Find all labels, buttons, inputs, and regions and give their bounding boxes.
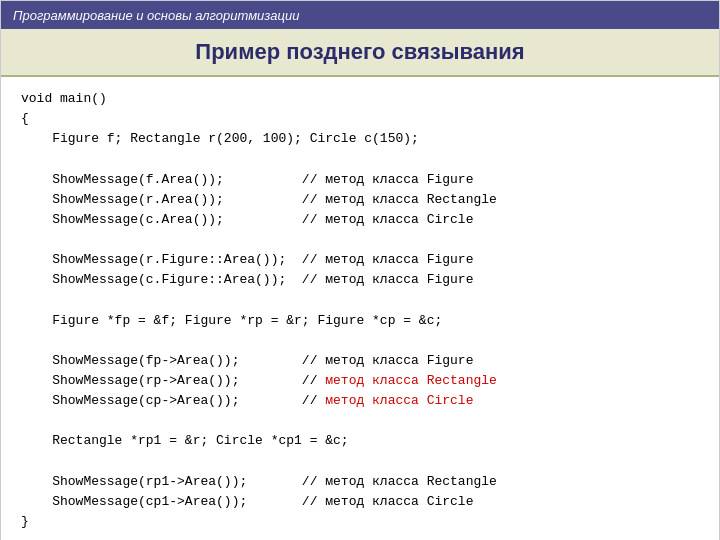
code-line-20: ShowMessage(rp1->Area()); // метод класс…	[21, 472, 699, 492]
code-block: void main() { Figure f; Rectangle r(200,…	[1, 77, 719, 540]
code-line-8	[21, 230, 699, 250]
code-red-circle: метод класса Circle	[325, 393, 473, 408]
slide-title: Пример позднего связывания	[1, 29, 719, 77]
content-area: Пример позднего связывания void main() {…	[1, 29, 719, 540]
code-line-7: ShowMessage(c.Area()); // метод класса C…	[21, 210, 699, 230]
code-line-5: ShowMessage(f.Area()); // метод класса F…	[21, 170, 699, 190]
code-line-10: ShowMessage(c.Figure::Area()); // метод …	[21, 270, 699, 290]
code-line-21: ShowMessage(cp1->Area()); // метод класс…	[21, 492, 699, 512]
top-bar: Программирование и основы алгоритмизации	[1, 1, 719, 29]
code-line-13	[21, 331, 699, 351]
code-line-1: void main()	[21, 89, 699, 109]
code-line-18: Rectangle *rp1 = &r; Circle *cp1 = &c;	[21, 431, 699, 451]
code-line-14: ShowMessage(fp->Area()); // метод класса…	[21, 351, 699, 371]
code-line-4	[21, 149, 699, 169]
code-line-22: }	[21, 512, 699, 532]
top-bar-title: Программирование и основы алгоритмизации	[13, 8, 299, 23]
slide: Программирование и основы алгоритмизации…	[0, 0, 720, 540]
code-red-rectangle: метод класса Rectangle	[325, 373, 497, 388]
code-line-2: {	[21, 109, 699, 129]
code-line-3: Figure f; Rectangle r(200, 100); Circle …	[21, 129, 699, 149]
code-line-15: ShowMessage(rp->Area()); // метод класса…	[21, 371, 699, 391]
code-line-11	[21, 290, 699, 310]
code-line-6: ShowMessage(r.Area()); // метод класса R…	[21, 190, 699, 210]
code-line-12: Figure *fp = &f; Figure *rp = &r; Figure…	[21, 311, 699, 331]
code-line-16: ShowMessage(cp->Area()); // метод класса…	[21, 391, 699, 411]
code-line-17	[21, 411, 699, 431]
code-line-9: ShowMessage(r.Figure::Area()); // метод …	[21, 250, 699, 270]
code-line-19	[21, 452, 699, 472]
